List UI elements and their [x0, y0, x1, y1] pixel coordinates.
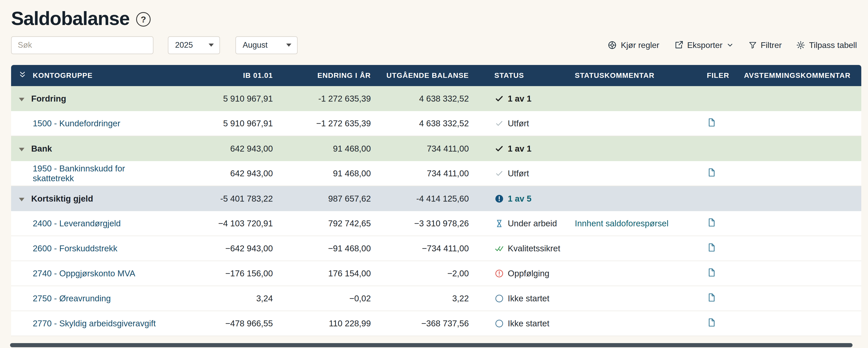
year-select[interactable]: 2025	[168, 36, 220, 54]
account-link[interactable]: 1950 - Bankinnskudd for skattetrekk	[33, 164, 125, 183]
cell-endring: −91 468,00	[279, 236, 377, 261]
circle-empty-icon	[494, 319, 504, 328]
account-link[interactable]: 2750 - Øreavrunding	[33, 294, 111, 303]
file-icon[interactable]	[707, 293, 716, 302]
page-title: Saldobalanse	[11, 9, 129, 28]
chevron-down-icon	[286, 43, 291, 46]
page-header: Saldobalanse ? 2025 August Kjør regler	[0, 0, 868, 54]
cell-endring: 792 742,65	[279, 211, 377, 236]
cell-endring: 987 657,62	[279, 186, 377, 211]
table-row-group[interactable]: Fordring 5 910 967,91 -1 272 635,39 4 63…	[11, 86, 861, 111]
search-input[interactable]	[11, 36, 153, 54]
account-link[interactable]: 2740 - Oppgjørskonto MVA	[33, 268, 135, 278]
cell-utgaende: −368 737,56	[377, 311, 475, 336]
check-bold-icon	[494, 145, 504, 153]
file-icon[interactable]	[707, 268, 716, 277]
table-row-account[interactable]: 1950 - Bankinnskudd for skattetrekk 642 …	[11, 161, 861, 186]
column-header-statuskommentar[interactable]: STATUSKOMMENTAR	[560, 65, 684, 86]
column-header-status[interactable]: STATUS	[475, 65, 560, 86]
cell-endring: 110 228,99	[279, 311, 377, 336]
cell-ib: −4 103 720,91	[168, 211, 279, 236]
check-light-icon	[494, 169, 504, 178]
status-label: Kvalitetssikret	[508, 244, 560, 253]
account-link[interactable]: 2770 - Skyldig arbeidsgiveravgift	[33, 319, 156, 328]
cell-ib: 5 910 967,91	[168, 86, 279, 111]
table-row-account[interactable]: 2740 - Oppgjørskonto MVA −176 156,00 176…	[11, 261, 861, 286]
customize-table-button[interactable]: Tilpass tabell	[796, 40, 857, 50]
table-row-account[interactable]: 1500 - Kundefordringer 5 910 967,91 −1 2…	[11, 111, 861, 136]
expand-all-icon[interactable]	[18, 71, 27, 81]
cell-utgaende: -4 414 125,60	[377, 186, 475, 211]
table-row-account[interactable]: 2400 - Leverandørgjeld −4 103 720,91 792…	[11, 211, 861, 236]
account-link[interactable]: 2600 - Forskuddstrekk	[33, 244, 117, 253]
help-button[interactable]: ?	[136, 12, 151, 27]
cell-ib: 642 943,00	[168, 161, 279, 186]
column-header-avstemmingskommentar[interactable]: AVSTEMMINGSKOMMENTAR	[728, 65, 861, 86]
cell-endring: -1 272 635,39	[279, 86, 377, 111]
file-icon[interactable]	[707, 168, 716, 177]
chevron-down-icon	[726, 41, 734, 49]
customize-table-label: Tilpass tabell	[809, 40, 857, 50]
file-icon[interactable]	[707, 218, 716, 227]
alert-filled-icon	[494, 194, 504, 203]
filter-button[interactable]: Filtrer	[748, 40, 782, 50]
status-label: Oppfølging	[508, 268, 549, 278]
question-mark-icon: ?	[141, 14, 146, 25]
status-comment-link[interactable]: Innhent saldoforespørsel	[575, 219, 669, 228]
export-button[interactable]: Eksporter	[674, 40, 734, 50]
cell-endring: −1 272 635,39	[279, 111, 377, 136]
status-label: 1 av 1	[508, 144, 531, 154]
collapse-triangle-icon[interactable]	[18, 194, 25, 203]
cell-endring: −0,02	[279, 286, 377, 311]
cell-endring: 176 154,00	[279, 261, 377, 286]
run-rules-label: Kjør regler	[621, 40, 659, 50]
cell-utgaende: 3,22	[377, 286, 475, 311]
collapse-triangle-icon[interactable]	[18, 144, 25, 154]
month-select[interactable]: August	[236, 36, 298, 54]
status-label: Utført	[508, 119, 529, 128]
table-row-account[interactable]: 2600 - Forskuddstrekk −642 943,00 −91 46…	[11, 236, 861, 261]
table-row-group[interactable]: Kortsiktig gjeld -5 401 783,22 987 657,6…	[11, 186, 861, 211]
table-row-account[interactable]: 2770 - Skyldig arbeidsgiveravgift −478 9…	[11, 311, 861, 336]
file-icon[interactable]	[707, 118, 716, 127]
account-link[interactable]: 1500 - Kundefordringer	[33, 119, 120, 128]
filter-label: Filtrer	[761, 40, 782, 50]
cell-utgaende: 4 638 332,52	[377, 86, 475, 111]
export-label: Eksporter	[687, 40, 722, 50]
status-label: 1 av 5	[508, 194, 531, 203]
cell-ib: −478 966,55	[168, 311, 279, 336]
table-row-group[interactable]: Bank 642 943,00 91 468,00 734 411,00 1 a…	[11, 136, 861, 161]
filter-funnel-icon	[748, 41, 757, 50]
column-header-kontogruppe[interactable]: KONTOGRUPPE	[11, 65, 168, 86]
double-check-icon	[494, 244, 504, 253]
column-header-endring[interactable]: ENDRING I ÅR	[279, 65, 377, 86]
trial-balance-table: KONTOGRUPPE IB 01.01 ENDRING I ÅR UTGÅEN…	[11, 65, 857, 336]
run-rules-button[interactable]: Kjør regler	[607, 40, 659, 50]
column-header-utgaende[interactable]: UTGÅENDE BALANSE	[377, 65, 475, 86]
cell-ib: 642 943,00	[168, 136, 279, 161]
table-row-account[interactable]: 2750 - Øreavrunding 3,24 −0,02 3,22 Ikke…	[11, 286, 861, 311]
check-bold-icon	[494, 94, 504, 103]
gear-icon	[796, 40, 805, 50]
cell-utgaende: 734 411,00	[377, 136, 475, 161]
cell-endring: 91 468,00	[279, 161, 377, 186]
cell-ib: −176 156,00	[168, 261, 279, 286]
cell-utgaende: −734 411,00	[377, 236, 475, 261]
column-header-filer[interactable]: FILER	[684, 65, 728, 86]
file-icon[interactable]	[707, 243, 716, 252]
cell-ib: -5 401 783,22	[168, 186, 279, 211]
cell-ib: −642 943,00	[168, 236, 279, 261]
account-link[interactable]: 2400 - Leverandørgjeld	[33, 219, 121, 228]
cell-endring: 91 468,00	[279, 136, 377, 161]
collapse-triangle-icon[interactable]	[18, 94, 25, 104]
check-light-icon	[494, 119, 504, 128]
alert-outline-icon	[494, 269, 504, 278]
status-label: 1 av 1	[508, 94, 531, 104]
horizontal-scrollbar[interactable]	[10, 343, 852, 347]
year-select-value: 2025	[175, 40, 193, 50]
column-header-ib[interactable]: IB 01.01	[168, 65, 279, 86]
cell-utgaende: −2,00	[377, 261, 475, 286]
hourglass-icon	[494, 219, 504, 228]
file-icon[interactable]	[707, 318, 716, 327]
title-row: Saldobalanse ?	[11, 6, 857, 31]
